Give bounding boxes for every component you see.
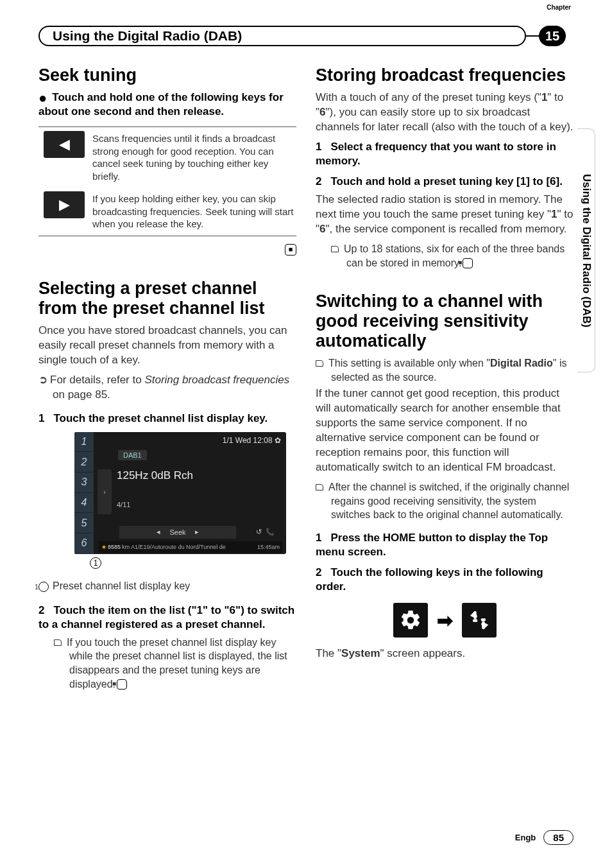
ss-preset-2: 2 [74,452,94,473]
seek-intro-text: Touch and hold one of the following keys… [38,91,284,117]
ss-expand-icon: › [98,469,112,514]
svg-rect-0 [473,611,476,620]
callout-definition: 1Preset channel list display key [38,580,296,592]
chapter-badge: Chapter 15 [539,26,574,46]
heading-select-preset: Selecting a preset channel from the pres… [38,279,296,318]
note-item: Up to 18 stations, six for each of the t… [316,242,574,270]
side-tab: Using the Digital Radio (DAB) [577,128,595,372]
right-column: Storing broadcast frequencies With a tou… [316,65,574,693]
cross-reference: ➲For details, refer to Storing broadcast… [38,373,296,403]
switch-step-2: 2Touch the following keys in the followi… [316,566,574,594]
store-step-2: 2Touch and hold a preset tuning key [1] … [316,175,574,189]
svg-rect-2 [473,620,477,622]
note-item: This setting is available only when "Dig… [316,356,574,384]
table-row: ▶ If you keep holding either key, you ca… [38,187,296,236]
arrow-right-icon: ➡ [437,609,453,632]
next-key-desc: If you keep holding either key, you can … [90,191,296,232]
svg-rect-3 [480,618,485,621]
chapter-header: Using the Digital Radio (DAB) Chapter 15 [38,26,574,46]
store-body-2: The selected radio station is stored in … [316,193,574,237]
prev-key-desc: Scans frequencies until it finds a broad… [90,131,296,184]
step-1: 1Touch the preset channel list display k… [38,412,296,426]
storing-body: With a touch of any of the preset tuning… [316,91,574,135]
page-footer: Engb 85 [515,830,574,845]
ss-preset-4: 4 [74,493,94,514]
ss-preset-3: 3 [74,473,94,493]
footer-language: Engb [515,833,536,842]
ss-count: 4/11 [117,501,130,508]
seek-intro: ●Touch and hold one of the following key… [38,91,296,119]
ss-band-badge: DAB1 [118,450,147,460]
header-connector [526,35,539,37]
ss-preset-1: 1 [74,432,94,453]
ss-preset-6: 6 [74,534,94,554]
next-key-icon: ▶ [44,191,85,218]
chapter-number: 15 [539,26,566,46]
switching-body: If the tuner cannot get good reception, … [316,386,574,475]
ss-preset-5: 5 [74,513,94,534]
section-end-mark: ■ [38,243,296,256]
select-preset-body: Once you have stored broadcast channels,… [38,324,296,368]
device-screenshot: 1 2 3 4 5 6 1/1 Wed 12:08 ✿ DAB1 › 125Hz… [74,432,286,554]
heading-switching: Switching to a channel with good receivi… [316,291,574,351]
settings-gear-icon [393,603,428,638]
ss-frequency: 125Hz 0dB Rch [117,469,193,482]
left-column: Seek tuning ●Touch and hold one of the f… [38,65,296,693]
key-table: ◀ Scans frequencies until it finds a bro… [38,126,296,236]
tools-icon [462,603,497,638]
chapter-label: Chapter [547,4,571,11]
callout-marker: 1 [90,557,296,569]
store-step-1: 1Select a frequency that you want to sto… [316,140,574,168]
system-screen-text: The "System" screen appears. [316,647,574,661]
ss-seek-bar: ◂Seek▸ ↺ 📞 [119,526,236,539]
svg-rect-1 [482,621,484,630]
table-row: ◀ Scans frequencies until it finds a bro… [38,127,296,187]
ss-bottom-bar: ★ 8585 km A1/E19/Autoroute du Nord/Tunne… [99,541,282,553]
prev-key-icon: ◀ [44,131,85,158]
heading-storing: Storing broadcast frequencies [316,65,574,85]
chapter-title: Using the Digital Radio (DAB) [53,28,242,44]
ss-preset-column: 1 2 3 4 5 6 [74,432,94,554]
step-2: 2Touch the item on the list ("1" to "6")… [38,603,296,632]
note-item: After the channel is switched, if the or… [316,480,574,522]
note-item: If you touch the preset channel list dis… [38,636,296,691]
footer-page-number: 85 [543,830,574,845]
key-sequence: ➡ [316,603,574,638]
switch-step-1: 1Press the HOME button to display the To… [316,531,574,559]
chapter-title-pill: Using the Digital Radio (DAB) [38,26,526,46]
ss-clock: 1/1 Wed 12:08 ✿ [223,436,281,445]
heading-seek-tuning: Seek tuning [38,65,296,85]
